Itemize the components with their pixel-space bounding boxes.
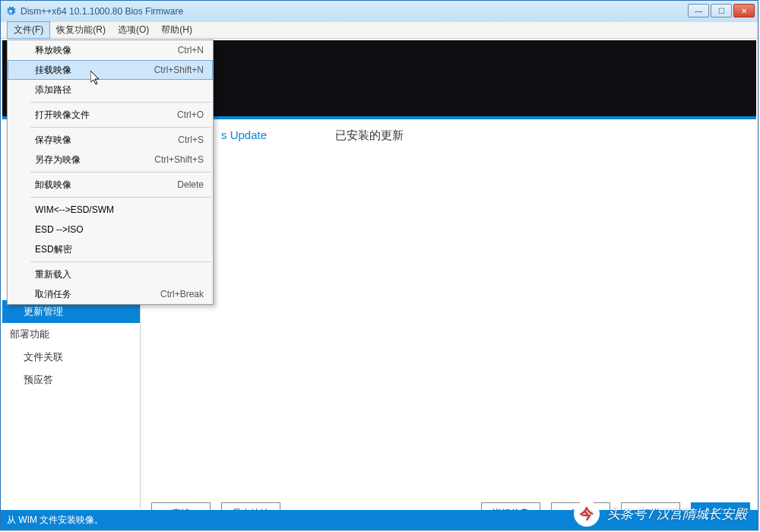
window-title: Dism++x64 10.1.1000.80 Bios Firmware bbox=[21, 6, 183, 17]
menu-item-label: 打开映像文件 bbox=[35, 109, 90, 122]
menu-item-label: 卸载映像 bbox=[35, 179, 71, 192]
maximize-button[interactable]: ☐ bbox=[711, 4, 732, 17]
menu-item[interactable]: 打开映像文件Ctrl+O bbox=[8, 105, 213, 125]
menu-item[interactable]: WIM<-->ESD/SWM bbox=[8, 200, 213, 220]
menu-item-shortcut: Ctrl+S bbox=[178, 135, 204, 145]
menu-item-label: 挂载映像 bbox=[35, 64, 71, 77]
watermark-logo: 今 bbox=[574, 501, 600, 527]
menu-item-label: 添加路径 bbox=[35, 84, 71, 97]
menu-item-label: 重新载入 bbox=[35, 268, 71, 281]
menu-help[interactable]: 帮助(H) bbox=[155, 22, 198, 38]
main-panel: s Update 已安装的更新 bbox=[141, 121, 756, 508]
menu-separator bbox=[30, 197, 211, 198]
watermark: 今 头条号 / 汉宫隋城长安殿 bbox=[574, 501, 747, 527]
menu-item-label: ESD解密 bbox=[35, 243, 72, 256]
sidebar-item-preanswer[interactable]: 预应答 bbox=[2, 369, 140, 391]
menu-recover[interactable]: 恢复功能(R) bbox=[50, 22, 112, 38]
menu-item[interactable]: 释放映像Ctrl+N bbox=[8, 40, 213, 60]
menu-item-label: 释放映像 bbox=[35, 44, 71, 57]
menu-item-label: 保存映像 bbox=[35, 134, 71, 147]
menu-item[interactable]: ESD解密 bbox=[8, 239, 213, 259]
status-text: 从 WIM 文件安装映像。 bbox=[7, 514, 103, 527]
window-controls: — ☐ ✕ bbox=[688, 4, 755, 17]
menu-item-shortcut: Ctrl+Shift+S bbox=[154, 154, 204, 165]
tabs: s Update 已安装的更新 bbox=[141, 121, 756, 143]
menu-item[interactable]: 挂载映像Ctrl+Shift+N bbox=[8, 60, 213, 80]
file-dropdown: 释放映像Ctrl+N挂载映像Ctrl+Shift+N添加路径打开映像文件Ctrl… bbox=[7, 40, 214, 305]
menu-item-label: 取消任务 bbox=[35, 288, 71, 301]
menu-item[interactable]: 添加路径 bbox=[8, 80, 213, 100]
sidebar-group-deploy[interactable]: 部署功能 bbox=[2, 323, 140, 346]
menu-separator bbox=[30, 172, 211, 173]
minimize-button[interactable]: — bbox=[688, 4, 709, 17]
menubar: 文件(F) 恢复功能(R) 选项(O) 帮助(H) bbox=[1, 22, 758, 39]
close-button[interactable]: ✕ bbox=[733, 4, 755, 17]
menu-item-shortcut: Ctrl+O bbox=[177, 109, 204, 120]
watermark-text: 头条号 / 汉宫隋城长安殿 bbox=[607, 505, 747, 523]
app-window: Dism++x64 10.1.1000.80 Bios Firmware — ☐… bbox=[0, 0, 758, 530]
menu-item[interactable]: 保存映像Ctrl+S bbox=[8, 130, 213, 150]
menu-item-label: 另存为映像 bbox=[35, 154, 81, 166]
menu-item[interactable]: 卸载映像Delete bbox=[8, 175, 213, 195]
menu-item-label: WIM<-->ESD/SWM bbox=[35, 204, 114, 215]
titlebar[interactable]: Dism++x64 10.1.1000.80 Bios Firmware — ☐… bbox=[1, 1, 758, 22]
menu-separator bbox=[30, 102, 211, 103]
menu-item[interactable]: 另存为映像Ctrl+Shift+S bbox=[8, 150, 213, 169]
menu-item-shortcut: Ctrl+Break bbox=[160, 289, 204, 299]
menu-item-shortcut: Ctrl+N bbox=[178, 45, 204, 55]
menu-item[interactable]: 重新载入 bbox=[8, 264, 213, 284]
menu-item[interactable]: 取消任务Ctrl+Break bbox=[8, 284, 213, 304]
menu-file[interactable]: 文件(F) bbox=[7, 21, 50, 39]
sidebar-item-fileassoc[interactable]: 文件关联 bbox=[2, 346, 140, 369]
menu-separator bbox=[30, 127, 211, 128]
menu-separator bbox=[30, 261, 211, 262]
menu-item-shortcut: Ctrl+Shift+N bbox=[154, 65, 204, 75]
app-icon bbox=[5, 6, 16, 17]
tab-windows-update[interactable]: s Update bbox=[221, 128, 267, 143]
menu-item-label: ESD -->ISO bbox=[35, 224, 84, 235]
menu-options[interactable]: 选项(O) bbox=[112, 22, 155, 38]
tab-installed-updates[interactable]: 已安装的更新 bbox=[335, 128, 404, 143]
menu-item[interactable]: ESD -->ISO bbox=[8, 220, 213, 239]
menu-item-shortcut: Delete bbox=[177, 179, 204, 190]
